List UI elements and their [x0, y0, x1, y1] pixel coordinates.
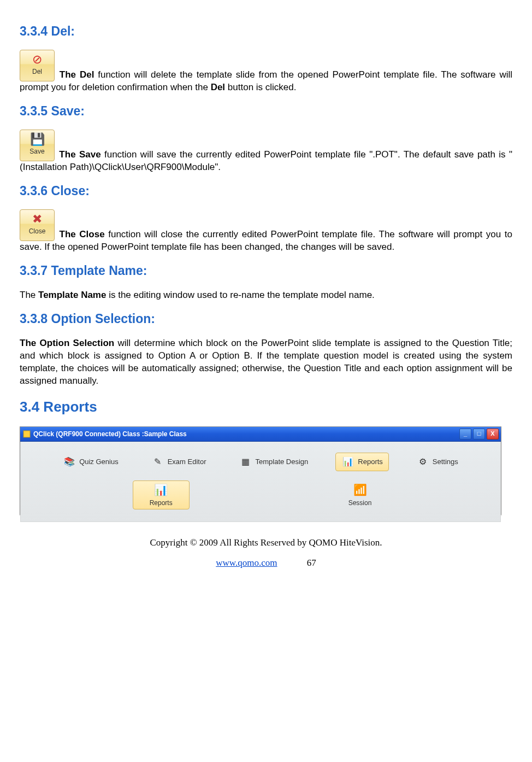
close-paragraph: The Close function will close the curren…	[20, 229, 512, 252]
save-icon-button: 💾 Save	[20, 130, 55, 161]
exam-editor-label: Exam Editor	[168, 457, 206, 467]
close-icon-label: Close	[20, 227, 54, 236]
session-sub-icon: 📶	[353, 483, 367, 497]
tn-term: Template Name	[38, 290, 106, 300]
heading-save: 3.3.5 Save:	[20, 103, 512, 120]
settings-icon: ⚙	[416, 455, 429, 468]
window-title-text: QClick (QRF900 Connected) Class :Sample …	[33, 430, 187, 438]
del-icon-button: ⊘ Del	[20, 50, 55, 81]
reports-sub-label: Reports	[150, 499, 173, 507]
toolbar-row-2: 📊Reports 📶Session	[28, 480, 493, 511]
option-selection-paragraph: The Option Selection will determine whic…	[20, 337, 512, 388]
exam-editor-button[interactable]: ✎Exam Editor	[146, 453, 212, 471]
app-icon	[23, 430, 31, 438]
tn-lead: The	[20, 290, 38, 300]
maximize-button[interactable]: □	[473, 429, 485, 439]
session-sub-button[interactable]: 📶Session	[332, 480, 389, 509]
template-design-button[interactable]: ▦Template Design	[234, 453, 314, 471]
reports-sub-icon: 📊	[154, 483, 168, 497]
del-paragraph: The Del function will delete the templat…	[20, 69, 512, 92]
template-design-icon: ▦	[239, 455, 252, 468]
tn-body: is the editing window used to re-name th…	[106, 290, 374, 300]
heading-reports: 3.4 Reports	[20, 397, 512, 417]
reports-button[interactable]: 📊Reports	[335, 453, 389, 471]
settings-button[interactable]: ⚙Settings	[411, 453, 464, 471]
reports-screenshot: QClick (QRF900 Connected) Class :Sample …	[20, 426, 501, 515]
template-name-paragraph: The Template Name is the editing window …	[20, 289, 512, 302]
page-number: 67	[307, 558, 316, 568]
del-tail: button is clicked.	[225, 82, 296, 92]
quiz-genius-label: Quiz Genius	[79, 457, 119, 467]
os-term: The Option Selection	[20, 338, 114, 348]
minimize-button[interactable]: _	[459, 429, 471, 439]
heading-template-name: 3.3.7 Template Name:	[20, 262, 512, 279]
save-paragraph: The Save function will save the currentl…	[20, 149, 512, 172]
quiz-genius-button[interactable]: 📚Quiz Genius	[57, 453, 124, 471]
close-x-icon: ✖	[20, 213, 54, 225]
footer-url[interactable]: www.qomo.com	[216, 558, 277, 568]
reports-label: Reports	[358, 457, 383, 467]
close-window-button[interactable]: X	[487, 429, 499, 439]
session-sub-label: Session	[348, 499, 372, 507]
delete-icon: ⊘	[20, 54, 54, 66]
close-term: The Close	[60, 229, 105, 239]
heading-del: 3.3.4 Del:	[20, 23, 512, 40]
window-titlebar: QClick (QRF900 Connected) Class :Sample …	[20, 427, 501, 442]
page-footer: Copyright © 2009 All Rights Reserved by …	[20, 537, 512, 570]
toolbar-area: 📚Quiz Genius ✎Exam Editor ▦Template Desi…	[20, 442, 501, 522]
reports-icon: 📊	[341, 455, 354, 468]
template-design-label: Template Design	[256, 457, 309, 467]
settings-label: Settings	[433, 457, 458, 467]
heading-close: 3.3.6 Close:	[20, 183, 512, 200]
exam-editor-icon: ✎	[151, 455, 164, 468]
reports-sub-button[interactable]: 📊Reports	[133, 480, 190, 509]
close-icon-button: ✖ Close	[20, 209, 55, 241]
del-bold-mid: Del	[211, 82, 225, 92]
save-term: The Save	[59, 149, 101, 160]
del-icon-label: Del	[20, 67, 54, 76]
save-icon-label: Save	[20, 147, 54, 156]
copyright-text: Copyright © 2009 All Rights Reserved by …	[20, 537, 512, 549]
toolbar-row-1: 📚Quiz Genius ✎Exam Editor ▦Template Desi…	[28, 446, 493, 478]
heading-option-selection: 3.3.8 Option Selection:	[20, 310, 512, 327]
save-icon: 💾	[20, 133, 54, 145]
quiz-genius-icon: 📚	[63, 455, 76, 468]
svg-rect-0	[23, 431, 30, 437]
del-term: The Del	[60, 69, 94, 80]
